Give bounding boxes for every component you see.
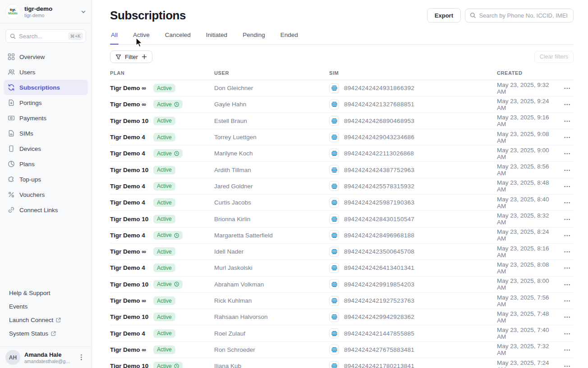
- table-row[interactable]: Tigr Demo ∞ Active Rick Kuhlman 89424242…: [110, 293, 574, 309]
- table-row[interactable]: Tigr Demo 4 Active Margaretta Satterfiel…: [110, 227, 574, 244]
- profile-section[interactable]: AH Amanda Hale amandatesthale@gma... ⋮: [0, 346, 92, 368]
- status-badge-label: Active: [157, 314, 172, 320]
- sidebar-item-sims[interactable]: SIMs: [4, 126, 88, 141]
- sim-iccid: 89424242424387752963: [344, 167, 414, 173]
- row-actions-button[interactable]: ⋯: [561, 247, 574, 256]
- sidebar-item-topups[interactable]: Top-ups: [4, 172, 88, 187]
- workspace-switcher[interactable]: tigr. Mobile tigr-demo tigr-demo: [0, 0, 92, 23]
- export-button[interactable]: Export: [427, 8, 461, 23]
- sim-iccid: 89424242428430150547: [344, 216, 414, 223]
- status-badge-label: Active: [157, 216, 172, 222]
- tab-pending[interactable]: Pending: [242, 29, 266, 44]
- row-actions-button[interactable]: ⋯: [561, 264, 574, 272]
- sidebar-item-users[interactable]: Users: [4, 64, 88, 80]
- tab-initiated[interactable]: Initiated: [205, 29, 228, 44]
- sidebar-item-subscriptions[interactable]: Subscriptions: [4, 80, 88, 95]
- user-name: Iliana Kub: [214, 363, 329, 368]
- esim-icon: [329, 247, 339, 257]
- row-actions-button[interactable]: ⋯: [561, 231, 574, 240]
- sidebar-item-connect-links[interactable]: Connect Links: [4, 202, 88, 218]
- tab-canceled[interactable]: Canceled: [164, 29, 192, 44]
- table-row[interactable]: Tigr Demo ∞ Active Gayle Hahn 8942424242…: [110, 96, 574, 113]
- row-actions-button[interactable]: ⋯: [561, 100, 574, 109]
- filter-button[interactable]: Filter: [110, 50, 152, 63]
- smartphone-icon: [8, 145, 15, 152]
- user-name: Rahsaan Halvorson: [214, 313, 329, 320]
- status-badge: Active: [153, 362, 183, 368]
- table-row[interactable]: Tigr Demo 10 Active Abraham Volkman 8942…: [110, 277, 574, 293]
- status-badge-label: Active: [157, 282, 172, 287]
- plan-name: Tigr Demo 10: [110, 363, 153, 368]
- sidebar-item-plans[interactable]: Plans: [4, 156, 88, 172]
- table-row[interactable]: Tigr Demo 10 Active Estell Braun 8942424…: [110, 113, 574, 129]
- created-timestamp: May 23, 2025, 9:16 AM: [497, 114, 556, 127]
- user-name: Murl Jaskolski: [214, 264, 329, 271]
- user-name: Don Gleichner: [214, 85, 329, 91]
- profile-menu-button[interactable]: ⋮: [76, 355, 87, 360]
- table-row[interactable]: Tigr Demo ∞ Active Don Gleichner 8942424…: [110, 80, 574, 96]
- table-row[interactable]: Tigr Demo 4 Active Roel Zulauf 894242424…: [110, 325, 574, 341]
- table-row[interactable]: Tigr Demo ∞ Active Idell Nader 894242424…: [110, 244, 574, 260]
- sidebar-item-devices[interactable]: Devices: [4, 141, 88, 156]
- row-actions-button[interactable]: ⋯: [561, 198, 574, 207]
- help-support-link[interactable]: Help & Support: [9, 286, 83, 300]
- tab-active[interactable]: Active: [132, 29, 151, 44]
- row-actions-button[interactable]: ⋯: [561, 362, 574, 368]
- system-status-link[interactable]: System Status: [9, 327, 83, 340]
- user-name: Curtis Jacobs: [214, 199, 329, 206]
- row-actions-button[interactable]: ⋯: [561, 280, 574, 289]
- row-actions-button[interactable]: ⋯: [561, 329, 574, 338]
- table-row[interactable]: Tigr Demo 4 Active Curtis Jacobs 8942424…: [110, 195, 574, 211]
- column-header-plan: PLAN: [110, 70, 214, 76]
- plan-name: Tigr Demo 4: [110, 199, 153, 206]
- row-actions-button[interactable]: ⋯: [561, 117, 574, 125]
- status-badge: Active: [153, 149, 183, 158]
- sidebar-item-portings[interactable]: Portings: [4, 95, 88, 110]
- table-search-input[interactable]: Search by Phone No, ICCID, IMEI o: [465, 9, 574, 23]
- row-actions-button[interactable]: ⋯: [561, 313, 574, 321]
- plan-name: Tigr Demo ∞: [110, 85, 153, 91]
- sidebar-item-overview[interactable]: Overview: [4, 49, 88, 64]
- tab-all[interactable]: All: [110, 29, 119, 44]
- sidebar-item-payments[interactable]: Payments: [4, 110, 88, 126]
- clock-icon: [174, 282, 179, 287]
- plan-name: Tigr Demo 4: [110, 150, 153, 157]
- esim-icon: [329, 328, 339, 338]
- row-actions-button[interactable]: ⋯: [561, 296, 574, 305]
- filter-button-label: Filter: [125, 54, 138, 60]
- table-row[interactable]: Tigr Demo 4 Active Murl Jaskolski 894242…: [110, 260, 574, 276]
- clear-filters-button[interactable]: Clear filters: [534, 51, 574, 63]
- table-row[interactable]: Tigr Demo 4 Active Jared Goldner 8942424…: [110, 178, 574, 195]
- status-badge: Active: [153, 182, 175, 191]
- table-row[interactable]: Tigr Demo ∞ Active Ron Schroeder 8942424…: [110, 342, 574, 358]
- brand-logo: tigr. Mobile: [5, 4, 20, 19]
- row-actions-button[interactable]: ⋯: [561, 84, 574, 92]
- plan-name: Tigr Demo 4: [110, 264, 153, 271]
- row-actions-button[interactable]: ⋯: [561, 166, 574, 174]
- row-actions-button[interactable]: ⋯: [561, 133, 574, 141]
- search-shortcut-badge: ⌘+K: [68, 32, 83, 40]
- row-actions-button[interactable]: ⋯: [561, 215, 574, 223]
- sim-card-icon: [8, 130, 15, 137]
- table-row[interactable]: Tigr Demo 10 Active Brionna Kirlin 89424…: [110, 211, 574, 227]
- row-actions-button[interactable]: ⋯: [561, 149, 574, 158]
- table-row[interactable]: Tigr Demo 4 Active Marilyne Koch 8942424…: [110, 145, 574, 162]
- foot-link-label: Launch Connect: [9, 317, 53, 323]
- sidebar-search-input[interactable]: Search... ⌘+K: [5, 29, 86, 43]
- column-header-created: CREATED: [497, 70, 574, 76]
- sidebar-item-vouchers[interactable]: Vouchers: [4, 187, 88, 202]
- row-actions-button[interactable]: ⋯: [561, 182, 574, 191]
- user-name: Abraham Volkman: [214, 281, 329, 288]
- table-row[interactable]: Tigr Demo 10 Active Iliana Kub 894242424…: [110, 358, 574, 368]
- table-row[interactable]: Tigr Demo 4 Active Torrey Luettgen 89424…: [110, 129, 574, 145]
- row-actions-button[interactable]: ⋯: [561, 345, 574, 354]
- events-link[interactable]: Events: [9, 300, 83, 313]
- tab-ended[interactable]: Ended: [280, 29, 299, 44]
- search-icon: [10, 33, 16, 39]
- table-row[interactable]: Tigr Demo 10 Active Ardith Tillman 89424…: [110, 162, 574, 178]
- created-timestamp: May 23, 2025, 8:56 AM: [497, 163, 556, 177]
- status-badge-label: Active: [157, 86, 172, 91]
- launch-connect-link[interactable]: Launch Connect: [9, 313, 83, 327]
- sidebar-item-label: Devices: [19, 145, 41, 152]
- table-row[interactable]: Tigr Demo 10 Active Rahsaan Halvorson 89…: [110, 309, 574, 325]
